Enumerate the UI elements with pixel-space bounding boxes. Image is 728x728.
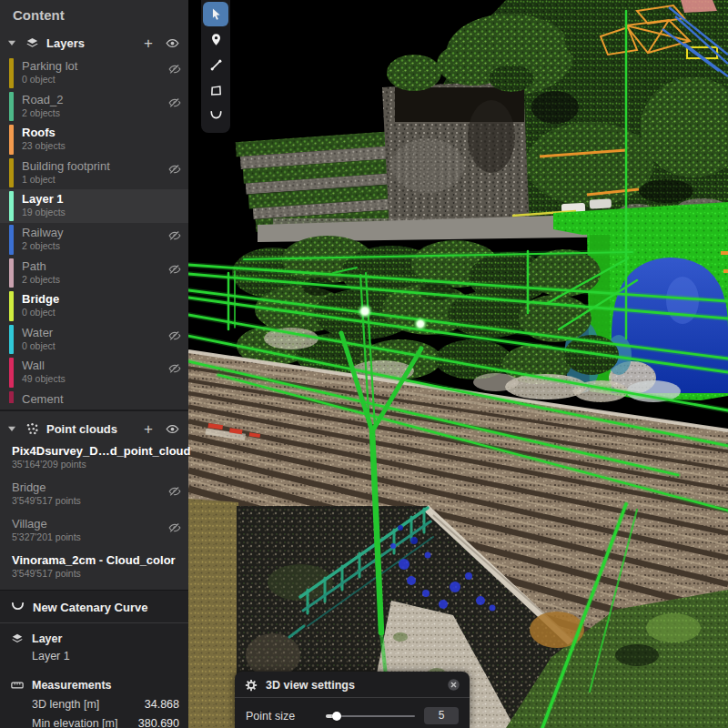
layer-color-bar: [9, 158, 14, 188]
tool-panel-title: New Catenary Curve: [33, 601, 147, 614]
slider-handle[interactable]: [332, 712, 341, 721]
layers-icon: [11, 632, 24, 645]
layer-color-bar: [9, 325, 14, 355]
layer-subsection-label: Layer: [32, 632, 62, 645]
close-icon[interactable]: [447, 678, 460, 692]
layer-row-railway[interactable]: Railway 2 objects: [0, 223, 188, 257]
layer-row-building-footprint[interactable]: Building footprint 1 object: [0, 157, 188, 190]
point-cloud-list: Pix4Dsurvey_D…d_point_cloud 35'164'209 p…: [0, 440, 188, 586]
catenary-icon: [11, 602, 25, 613]
view-toolbar: [201, 0, 230, 133]
eye-off-icon[interactable]: [168, 263, 181, 276]
layer-color-bar: [9, 358, 14, 388]
page-title: Content: [0, 0, 188, 31]
layer-color-bar: [9, 391, 14, 403]
eye-off-icon[interactable]: [168, 63, 181, 76]
layer-list: Parking lot 0 object Road_2 2 objects Ro…: [0, 56, 188, 403]
point-size-label: Point size: [246, 710, 317, 723]
layers-icon: [25, 36, 39, 50]
cursor-icon: [209, 7, 223, 21]
point-size-value[interactable]: 5: [424, 707, 459, 724]
eye-off-icon[interactable]: [168, 229, 181, 242]
layer-subsection-header: Layer: [0, 623, 188, 648]
tool-catenary-button[interactable]: [203, 104, 228, 128]
point-cloud-icon: [25, 422, 39, 436]
point-cloud-scene: [188, 0, 728, 728]
layer-row-wall[interactable]: Wall 49 objects: [0, 356, 188, 389]
eye-icon[interactable]: [166, 422, 179, 436]
catenary-icon: [209, 109, 223, 123]
layer-row-road-2[interactable]: Road_2 2 objects: [0, 90, 188, 124]
layers-section-title: Layers: [46, 36, 144, 50]
ruler-icon: [11, 679, 24, 692]
tool-panel-header: New Catenary Curve: [0, 591, 188, 622]
layer-color-bar: [9, 58, 14, 88]
tool-polyline-button[interactable]: [203, 53, 228, 77]
view-settings-dialog: 3D view settings Point size 5: [235, 672, 470, 728]
eye-off-icon[interactable]: [168, 329, 181, 342]
layer-color-bar: [9, 92, 14, 122]
pin-icon: [209, 33, 223, 46]
layer-row-roofs[interactable]: Roofs 23 objects: [0, 123, 188, 157]
layer-row-water[interactable]: Water 0 object: [0, 323, 188, 357]
layer-color-bar: [9, 191, 14, 221]
eye-off-icon[interactable]: [168, 521, 181, 534]
eye-off-icon[interactable]: [168, 485, 181, 498]
catenary-tool-panel: New Catenary Curve Layer Layer 1 Measure…: [0, 590, 188, 728]
point-cloud-row-village[interactable]: Village 5'327'201 points: [0, 513, 188, 550]
add-layer-button[interactable]: +: [144, 35, 153, 51]
eye-off-icon[interactable]: [168, 163, 181, 176]
point-cloud-row-bridge[interactable]: Bridge 3'549'517 points: [0, 477, 188, 513]
3d-viewport[interactable]: 3D view settings Point size 5: [188, 0, 728, 728]
tool-polygon-button[interactable]: [203, 78, 228, 103]
gear-icon: [245, 679, 258, 692]
point-clouds-panel: Point clouds + Pix4Dsurvey_D…d_point_clo…: [0, 411, 188, 588]
layer-row-cement[interactable]: Cement: [0, 389, 188, 403]
layer-row-bridge[interactable]: Bridge 0 object: [0, 289, 188, 323]
point-clouds-section-title: Point clouds: [46, 422, 144, 436]
selected-layer-value[interactable]: Layer 1: [0, 648, 188, 670]
layer-row-layer-1[interactable]: Layer 1 19 objects: [0, 189, 188, 223]
layers-panel: Content Layers + Parking lot 0 object Ro…: [0, 0, 188, 410]
chevron-down-icon[interactable]: [7, 424, 16, 433]
polygon-icon: [209, 84, 223, 97]
point-clouds-section-header: Point clouds +: [0, 411, 188, 440]
point-cloud-row-pix4dsurvey[interactable]: Pix4Dsurvey_D…d_point_cloud 35'164'209 p…: [0, 440, 188, 477]
line-icon: [209, 58, 223, 72]
eye-icon[interactable]: [166, 36, 179, 50]
measurement-row-3d-length: 3D length [m] 34.868: [0, 694, 188, 713]
layer-row-parking-lot[interactable]: Parking lot 0 object: [0, 56, 188, 90]
dialog-title: 3D view settings: [266, 679, 447, 692]
eye-off-icon[interactable]: [168, 362, 181, 375]
layer-color-bar: [9, 258, 14, 288]
tool-marker-button[interactable]: [203, 27, 228, 52]
dialog-header[interactable]: 3D view settings: [235, 672, 470, 697]
measurements-label: Measurements: [32, 679, 112, 692]
tool-select-button[interactable]: [203, 2, 228, 26]
point-cloud-row-vinorama[interactable]: Vinorama_2cm - Cloud_color 3'549'517 poi…: [0, 550, 188, 586]
app-root: 3D view settings Point size 5 Content: [0, 0, 728, 728]
point-size-slider[interactable]: [326, 710, 415, 723]
layers-section-header: Layers +: [0, 31, 188, 55]
measurement-row-min-elevation: Min elevation [m] 380.690: [0, 713, 188, 728]
layer-color-bar: [9, 225, 14, 255]
layer-color-bar: [9, 291, 14, 321]
layer-color-bar: [9, 125, 14, 155]
chevron-down-icon[interactable]: [7, 38, 16, 47]
content-sidebar: Content Layers + Parking lot 0 object Ro…: [0, 0, 188, 728]
add-point-cloud-button[interactable]: +: [144, 421, 153, 437]
measurements-header: Measurements: [0, 670, 188, 694]
eye-off-icon[interactable]: [168, 96, 181, 109]
layer-row-path[interactable]: Path 2 objects: [0, 257, 188, 290]
